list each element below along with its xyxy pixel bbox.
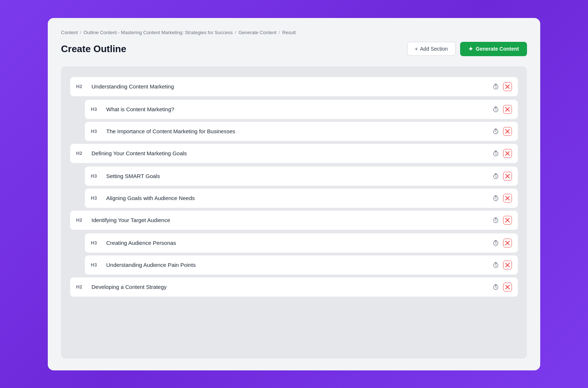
breadcrumb-sep-3: / (279, 30, 280, 35)
remove-button[interactable] (503, 127, 512, 136)
timer-icon[interactable] (491, 127, 500, 136)
item-actions (491, 149, 512, 158)
outline-item-1: H2 Understanding Content Marketing (70, 77, 518, 97)
page-title: Create Outline (61, 43, 126, 55)
outline-item-title: Developing a Content Strategy (92, 284, 486, 290)
header-actions: + Add Section ✦ Generate Content (407, 42, 527, 56)
breadcrumb-result[interactable]: Result (282, 30, 296, 35)
outline-item-9: H3 Understanding Audience Pain Points (85, 255, 518, 275)
breadcrumb-sep-1: / (80, 30, 82, 35)
heading-badge: H3 (91, 106, 101, 112)
item-actions (491, 82, 512, 91)
heading-badge: H3 (91, 173, 101, 179)
remove-button[interactable] (503, 82, 512, 91)
timer-icon[interactable] (491, 82, 500, 91)
timer-icon[interactable] (491, 172, 500, 181)
remove-button[interactable] (503, 283, 512, 291)
outline-item-4: H2 Defining Your Content Marketing Goals (70, 144, 518, 163)
remove-button[interactable] (503, 172, 512, 181)
item-actions (491, 261, 512, 269)
outline-item-title: Defining Your Content Marketing Goals (92, 150, 486, 156)
main-window: Content / Outline Content - Mastering Co… (48, 18, 540, 370)
outline-item-3: H3 The Importance of Content Marketing f… (85, 122, 518, 141)
remove-button[interactable] (503, 261, 512, 269)
plus-icon: + (415, 46, 418, 52)
item-actions (491, 194, 512, 203)
outline-item-title: Aligning Goals with Audience Needs (106, 195, 486, 201)
outline-item-title: What is Content Marketing? (106, 106, 486, 112)
breadcrumb-generate[interactable]: Generate Content (239, 30, 276, 35)
generate-label: Generate Content (476, 46, 519, 52)
timer-icon[interactable] (491, 216, 500, 225)
timer-icon[interactable] (491, 149, 500, 158)
heading-badge: H2 (76, 217, 86, 223)
heading-badge: H3 (91, 195, 101, 201)
item-actions (491, 105, 512, 114)
item-actions (491, 127, 512, 136)
timer-icon[interactable] (491, 105, 500, 114)
heading-badge: H2 (76, 151, 86, 156)
outline-item-7: H2 Identifying Your Target Audience (70, 210, 518, 230)
remove-button[interactable] (503, 239, 512, 247)
outline-item-10: H2 Developing a Content Strategy (70, 277, 518, 297)
outline-item-6: H3 Aligning Goals with Audience Needs (85, 188, 518, 208)
breadcrumb-outline[interactable]: Outline Content - Mastering Content Mark… (83, 30, 233, 35)
timer-icon[interactable] (491, 194, 500, 203)
heading-badge: H2 (76, 84, 86, 89)
outline-item-title: The Importance of Content Marketing for … (106, 128, 486, 134)
remove-button[interactable] (503, 105, 512, 114)
item-actions (491, 216, 512, 225)
generate-content-button[interactable]: ✦ Generate Content (460, 42, 527, 56)
remove-button[interactable] (503, 149, 512, 158)
outline-item-5: H3 Setting SMART Goals (85, 166, 518, 186)
breadcrumb: Content / Outline Content - Mastering Co… (61, 30, 527, 35)
heading-badge: H2 (76, 284, 86, 290)
timer-icon[interactable] (491, 239, 500, 247)
remove-button[interactable] (503, 194, 512, 203)
item-actions (491, 172, 512, 181)
outline-item-title: Setting SMART Goals (106, 173, 486, 179)
content-panel: H2 Understanding Content Marketing (61, 66, 527, 359)
sparkle-icon: ✦ (468, 46, 473, 52)
heading-badge: H3 (91, 240, 101, 246)
outline-item-title: Understanding Content Marketing (92, 83, 486, 90)
outline-item-8: H3 Creating Audience Personas (85, 233, 518, 253)
timer-icon[interactable] (491, 261, 500, 269)
remove-button[interactable] (503, 216, 512, 225)
outline-item-title: Understanding Audience Pain Points (106, 262, 486, 268)
item-actions (491, 239, 512, 247)
add-section-label: Add Section (420, 46, 448, 52)
outline-item-title: Identifying Your Target Audience (92, 217, 486, 223)
header-row: Create Outline + Add Section ✦ Generate … (61, 42, 527, 56)
heading-badge: H3 (91, 128, 101, 134)
breadcrumb-sep-2: / (235, 30, 236, 35)
outline-item-2: H3 What is Content Marketing? (85, 99, 518, 119)
heading-badge: H3 (91, 262, 101, 268)
outline-item-title: Creating Audience Personas (106, 240, 486, 246)
breadcrumb-content[interactable]: Content (61, 30, 78, 35)
timer-icon[interactable] (491, 283, 500, 291)
add-section-button[interactable]: + Add Section (407, 42, 456, 56)
item-actions (491, 283, 512, 291)
